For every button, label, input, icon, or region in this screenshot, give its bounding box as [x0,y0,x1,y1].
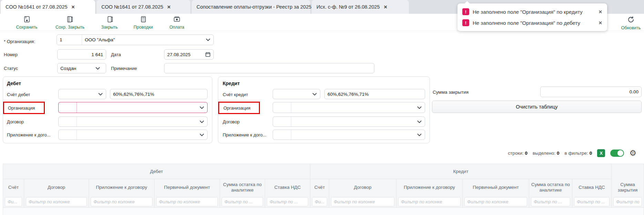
filter-input[interactable] [464,197,527,206]
warning-icon: ! [462,8,469,15]
column-header[interactable]: Счёт [310,179,329,196]
column-group-empty [612,164,644,179]
credit-account-select[interactable] [273,89,320,99]
tab-isx-sf-9[interactable]: Исх. с-ф. №9 от 26.08.2025 ✕ [312,0,409,14]
status-select[interactable]: Создан [57,63,106,73]
credit-contract-code[interactable] [273,117,291,126]
filter-cell [612,196,644,207]
tab-soo-1641-2[interactable]: СОО №1641 от 27.08.2025 ✕ [97,0,190,14]
column-header[interactable]: Приложение к договору [396,179,463,196]
filter-input[interactable] [312,197,327,206]
column-header[interactable]: Договор [329,179,396,196]
chevron-down-icon[interactable] [414,133,425,136]
save-close-button[interactable]: Сохр. Закрыть [49,16,91,30]
debit-account-value-input[interactable]: 60%,62%,76%,71% [110,89,208,99]
filter-input[interactable] [613,197,642,206]
filter-toggle[interactable] [610,150,624,157]
tab-soo-1641-1[interactable]: СОО №1641 от 27.08.2025 ✕ [1,0,95,14]
column-header[interactable]: Сумма остатка по аналитике [529,179,572,196]
date-value: 27.08.2025 [167,52,191,57]
save-button[interactable]: Сохранить [10,16,43,30]
calendar-icon[interactable] [205,52,211,57]
chevron-down-icon [95,93,106,96]
credit-contract-combo[interactable] [273,116,425,127]
organization-code[interactable]: 1 [57,35,82,45]
close-icon[interactable]: ✕ [384,4,388,10]
save-label: Сохранить [16,25,37,30]
column-header[interactable]: Приложение к договору [89,179,154,196]
gear-icon[interactable]: ⚙ [629,149,636,157]
note-label: Примечание [111,66,137,71]
chevron-down-icon[interactable] [414,120,425,123]
organization-combo[interactable]: 1 ООО "Альфа" [57,34,214,45]
date-input[interactable]: 27.08.2025 [164,49,214,60]
close-icon[interactable]: ✕ [598,20,602,25]
debit-org-code[interactable] [59,102,77,113]
credit-annex-combo[interactable] [273,130,425,140]
column-header[interactable]: Счёт [3,179,24,196]
debit-org-combo[interactable] [58,102,208,113]
note-input[interactable] [164,63,374,73]
filter-cell [463,196,529,207]
debit-annex-combo[interactable] [58,130,208,140]
filter-cell [572,196,612,207]
save-close-icon [66,16,74,24]
close-icon[interactable]: ✕ [167,4,171,10]
filter-input[interactable] [267,197,308,206]
filter-input[interactable] [222,197,263,206]
filter-input[interactable] [5,197,22,206]
close-button[interactable]: Закрыть [97,16,122,30]
tab-label: Исх. с-ф. №9 от 26.08.2025 [316,4,380,10]
column-header[interactable]: Сумма остатка по аналитике [220,179,265,196]
column-header[interactable]: Сумма закрытия [612,179,644,196]
debit-contract-combo[interactable] [58,116,208,127]
credit-annex-code[interactable] [273,130,291,140]
column-header[interactable]: Первичный документ [154,179,220,196]
filter-input[interactable] [91,197,152,206]
column-header[interactable]: Договор [24,179,89,196]
payment-button[interactable]: Оплата [165,16,189,30]
close-icon[interactable]: ✕ [71,4,75,10]
column-header[interactable]: Первичный документ [463,179,529,196]
app-window: СОО №1641 от 27.08.2025 ✕ СОО №1641 от 2… [0,0,644,215]
chevron-down-icon[interactable] [197,120,207,123]
credit-org-code[interactable] [273,102,291,113]
column-header[interactable]: Ставка НДС [265,179,310,196]
chevron-down-icon[interactable] [414,106,425,109]
transactions-button[interactable]: Проводки [129,16,158,30]
filter-input[interactable] [398,197,461,206]
filter-cell [329,196,396,207]
notification-text: Не заполнено поле "Организация" по дебет… [473,20,580,26]
column-header[interactable]: Ставка НДС [572,179,612,196]
tab-sopostavlenie[interactable]: Сопоставление оплаты-отгрузки - Реестр з… [192,0,310,14]
number-input[interactable]: 1 641 [57,49,106,60]
filter-input[interactable] [531,197,570,206]
filter-input[interactable] [331,197,394,206]
debit-contract-code[interactable] [59,117,77,126]
refresh-button[interactable]: Обновить [617,16,644,30]
clear-table-button[interactable]: Очистить таблицу [432,101,642,113]
transactions-label: Проводки [134,25,153,30]
debit-annex-code[interactable] [59,130,77,140]
debit-account-select[interactable] [58,89,106,99]
credit-org-combo[interactable] [273,102,425,113]
tab-label: Сопоставление оплаты-отгрузки - Реестр з… [197,4,315,10]
chevron-down-icon[interactable] [203,38,213,41]
chevron-down-icon[interactable] [197,133,207,136]
close-icon[interactable]: ✕ [598,9,602,14]
notification-text: Не заполнено поле "Организация" по креди… [473,9,583,15]
notification-credit-org: ! Не заполнено поле "Организация" по кре… [462,8,602,15]
tab-label: СОО №1641 от 27.08.2025 [101,4,163,10]
payment-label: Оплата [170,25,184,30]
debit-panel-title: Дебет [7,81,21,86]
closing-sum-input[interactable]: 0.00 [540,86,642,97]
chevron-down-icon[interactable] [197,106,207,109]
filter-input[interactable] [26,197,87,206]
credit-account-value-input[interactable]: 60%,62%,76%,71% [324,89,425,99]
number-label: Номер [4,52,18,57]
filter-input[interactable] [156,197,218,206]
excel-export-icon[interactable]: X [597,149,605,157]
door-icon [106,16,113,24]
filter-input[interactable] [574,197,610,206]
debit-contract-label: Договор [7,119,24,124]
